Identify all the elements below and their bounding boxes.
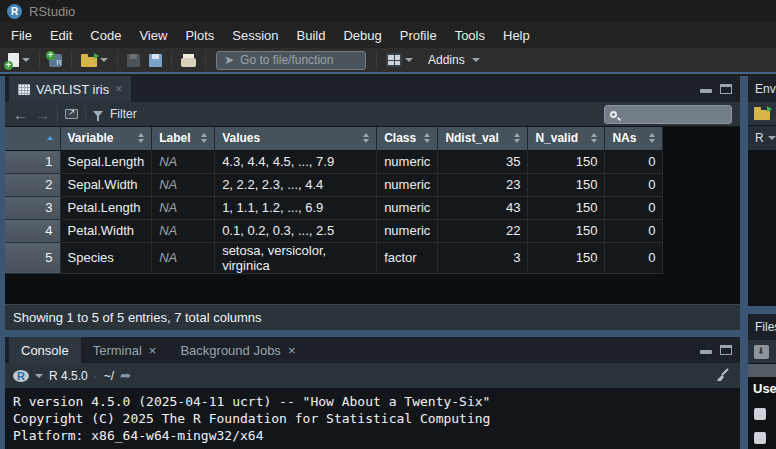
cell-label: NA — [152, 196, 215, 219]
filter-button[interactable]: Filter — [110, 107, 137, 121]
search-icon — [610, 111, 617, 118]
tab-varlist-iris[interactable]: VARLIST iris × — [9, 76, 131, 102]
column-header-class[interactable]: Class — [377, 127, 438, 150]
menu-view[interactable]: View — [130, 24, 176, 47]
save-all-button[interactable] — [146, 52, 165, 69]
cell-label: NA — [152, 150, 215, 173]
toolbar-separator — [85, 106, 86, 122]
tab-console[interactable]: Console — [9, 337, 81, 363]
chevron-down-icon — [768, 136, 776, 140]
environment-r-dropdown[interactable]: R — [748, 126, 776, 150]
cell-values: setosa, versicolor, virginica — [215, 242, 377, 273]
file-checkbox[interactable] — [754, 432, 766, 444]
menu-session[interactable]: Session — [223, 24, 287, 47]
tab-label: Envi — [755, 82, 776, 96]
column-header-n-valid[interactable]: N_valid — [528, 127, 605, 150]
environment-body — [748, 150, 776, 306]
cell-nas: 0 — [605, 219, 663, 242]
forward-arrow-icon[interactable]: → — [35, 107, 50, 122]
popout-window-icon[interactable] — [65, 109, 78, 119]
row-number: 1 — [5, 150, 60, 173]
table-row[interactable]: 3 Petal.Length NA 1, 1.1, 1.2, ..., 6.9 … — [5, 196, 663, 219]
table-search-input[interactable] — [604, 105, 732, 124]
menu-edit[interactable]: Edit — [41, 24, 81, 47]
close-icon[interactable]: × — [115, 82, 122, 96]
open-file-button[interactable] — [78, 52, 111, 69]
file-checkbox[interactable] — [754, 408, 766, 420]
r-version-icon[interactable]: R — [13, 370, 29, 382]
console-line: Platform: x86_64-w64-mingw32/x64 — [13, 428, 263, 443]
tab-terminal[interactable]: Terminal × — [81, 337, 169, 363]
tab-background-jobs[interactable]: Background Jobs × — [168, 337, 307, 363]
environment-tab[interactable]: Envi — [748, 76, 776, 102]
console-output[interactable]: R version 4.5.0 (2025-04-11 ucrt) -- "Ho… — [5, 388, 740, 449]
goto-arrow-icon: ➤ — [224, 54, 234, 66]
main-toolbar: ➤ Go to file/function Addins — [0, 48, 776, 74]
chevron-down-icon — [22, 58, 30, 62]
menu-tools[interactable]: Tools — [446, 24, 494, 47]
save-all-icon — [149, 54, 162, 67]
column-header-rownum[interactable] — [5, 127, 60, 150]
menu-profile[interactable]: Profile — [391, 24, 446, 47]
column-header-label[interactable]: Label — [152, 127, 215, 150]
cell-values: 1, 1.1, 1.2, ..., 6.9 — [215, 196, 377, 219]
save-icon — [127, 54, 140, 67]
save-button[interactable] — [124, 52, 143, 69]
sort-icon — [201, 133, 207, 143]
column-header-variable[interactable]: Variable — [60, 127, 152, 150]
pane-layout-button[interactable] — [383, 51, 416, 69]
source-pane: VARLIST iris × ← → Filter — [5, 76, 740, 330]
table-row[interactable]: 5 Species NA setosa, versicolor, virgini… — [5, 242, 663, 273]
menu-debug[interactable]: Debug — [334, 24, 390, 47]
menu-bar: File Edit Code View Plots Session Build … — [0, 22, 776, 48]
table-row[interactable]: 2 Sepal.Width NA 2, 2.2, 2.3, ..., 4.4 n… — [5, 173, 663, 196]
tab-label: Background Jobs — [180, 343, 280, 358]
new-project-button[interactable] — [46, 52, 65, 69]
maximize-icon[interactable] — [720, 84, 732, 94]
minimize-icon[interactable] — [700, 89, 712, 93]
close-icon[interactable]: × — [149, 343, 157, 358]
table-row[interactable]: 4 Petal.Width NA 0.1, 0.2, 0.3, ..., 2.5… — [5, 219, 663, 242]
goto-file-input[interactable]: ➤ Go to file/function — [216, 51, 366, 70]
menu-plots[interactable]: Plots — [176, 24, 223, 47]
cell-values: 2, 2.2, 2.3, ..., 4.4 — [215, 173, 377, 196]
toolbar-separator — [376, 51, 377, 69]
chevron-down-icon — [35, 374, 43, 378]
row-number: 2 — [5, 173, 60, 196]
menu-help[interactable]: Help — [494, 24, 539, 47]
console-line: R version 4.5.0 (2025-04-11 ucrt) -- "Ho… — [13, 394, 490, 409]
files-pane: Files User — [748, 314, 776, 449]
new-file-button[interactable] — [5, 51, 33, 69]
load-workspace-icon[interactable] — [754, 110, 770, 120]
data-grid-icon — [18, 84, 30, 95]
cell-label: NA — [152, 219, 215, 242]
table-row[interactable]: 1 Sepal.Length NA 4.3, 4.4, 4.5, ..., 7.… — [5, 150, 663, 173]
close-icon[interactable]: × — [288, 343, 296, 358]
back-arrow-icon[interactable]: ← — [13, 107, 28, 122]
console-tab-bar: Console Terminal × Background Jobs × — [5, 337, 740, 363]
minimize-icon[interactable] — [700, 350, 712, 354]
new-folder-icon[interactable] — [754, 345, 769, 359]
print-button[interactable] — [178, 52, 199, 69]
working-directory[interactable]: ~/ — [104, 369, 114, 383]
pane-window-buttons — [700, 345, 732, 355]
clear-console-icon[interactable] — [714, 367, 730, 387]
cell-class: numeric — [377, 219, 438, 242]
column-header-nas[interactable]: NAs — [605, 127, 663, 150]
menu-code[interactable]: Code — [81, 24, 130, 47]
maximize-icon[interactable] — [720, 345, 732, 355]
cell-n-valid: 150 — [528, 219, 605, 242]
cell-nas: 0 — [605, 150, 663, 173]
cell-ndist-val: 3 — [438, 242, 528, 273]
tab-label: Files — [755, 320, 776, 334]
variables-table: Variable Label Values Class Ndist_val — [5, 127, 663, 274]
files-tab[interactable]: Files — [748, 314, 776, 340]
column-header-values[interactable]: Values — [215, 127, 377, 150]
sort-ascending-icon — [47, 136, 53, 140]
goto-directory-icon[interactable]: ➦ — [120, 368, 131, 383]
addins-button[interactable]: Addins — [419, 51, 483, 69]
cell-variable: Species — [60, 242, 152, 273]
menu-file[interactable]: File — [2, 24, 41, 47]
column-header-ndist-val[interactable]: Ndist_val — [438, 127, 528, 150]
menu-build[interactable]: Build — [288, 24, 335, 47]
